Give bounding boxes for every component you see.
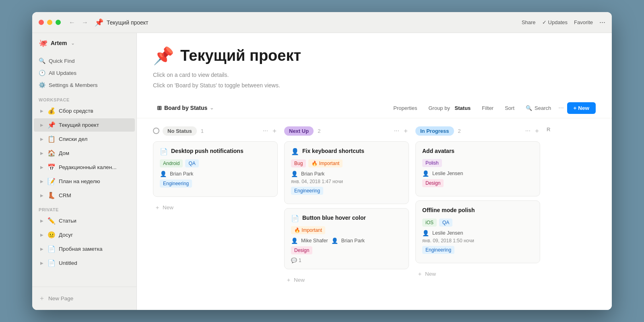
sidebar-label-lists: Списки дел (59, 136, 87, 142)
sidebar-label-crm: CRM (59, 192, 71, 198)
tag-qa[interactable]: QA (439, 219, 452, 227)
card-fix-keyboard[interactable]: 👤 Fix keyboard shortcuts Bug 🔥 Important… (284, 141, 409, 204)
favorite-button[interactable]: Favorite (574, 19, 593, 25)
tag-design[interactable]: Design (291, 246, 312, 254)
board-view-label: Board by Status (164, 105, 207, 111)
new-card-button-no-status[interactable]: ＋ New (153, 201, 278, 215)
sidebar-label-articles: Статьи (59, 218, 76, 224)
toolbar-more-icon[interactable]: ··· (558, 104, 564, 111)
tag-ios[interactable]: iOS (422, 219, 437, 227)
new-card-button-in-progress[interactable]: ＋ New (415, 267, 540, 281)
tag-bug[interactable]: Bug (291, 159, 306, 167)
sidebar-item-all-updates[interactable]: 🕐 All Updates (32, 67, 136, 79)
tag-engineering[interactable]: Engineering (291, 187, 323, 195)
card-add-avatars[interactable]: Add avatars Polish 👤 Leslie Jensen Desig… (415, 141, 540, 197)
card-tags-fix-keyboard: Bug 🔥 Important (291, 159, 402, 167)
share-button[interactable]: Share (522, 19, 536, 25)
card-desktop-push[interactable]: 📄 Desktop push notifications Android QA … (153, 141, 278, 197)
properties-button[interactable]: Properties (389, 103, 421, 114)
nav-buttons: ← → (67, 17, 90, 28)
sidebar-user[interactable]: 🐙 Artem ⌄ (32, 33, 136, 53)
chevron-icon: ▶ (40, 179, 43, 184)
chevron-icon: ▶ (40, 233, 43, 237)
group-by-value: Status (455, 105, 471, 111)
card-title-add-avatars: Add avatars (422, 147, 454, 155)
chevron-icon: ▶ (40, 137, 43, 141)
card-title-desktop-push: Desktop push notifications (171, 147, 244, 155)
sidebar-label-current: Текущий проект (59, 122, 99, 128)
avatar-icon-mike: 👤 (291, 237, 298, 244)
sidebar-item-home[interactable]: ▶ 🏠 Дом (34, 147, 135, 160)
search-icon: 🔍 (39, 58, 45, 64)
sidebar-item-settings[interactable]: ⚙️ Settings & Members (32, 79, 136, 91)
column-count-no-status: 1 (201, 128, 204, 134)
user-avatar: 🐙 (39, 39, 47, 47)
new-card-label: New (425, 271, 436, 277)
minimize-button[interactable] (47, 20, 52, 25)
tag-qa[interactable]: QA (185, 159, 198, 167)
chevron-icon: ▶ (40, 261, 43, 265)
tag-important[interactable]: 🔥 Important (308, 159, 343, 167)
card-extra-tags: Engineering (291, 187, 402, 195)
filter-button[interactable]: Filter (478, 103, 497, 114)
sidebar-item-lists[interactable]: ▶ 📋 Списки дел (34, 132, 135, 146)
sidebar-nav: 🔍 Quick Find 🕐 All Updates ⚙️ Settings &… (32, 53, 136, 93)
sidebar-item-current[interactable]: ▶ 📌 Текущий проект (34, 118, 135, 132)
close-button[interactable] (39, 20, 44, 25)
column-more-button[interactable]: ··· (525, 127, 530, 135)
column-more-button[interactable]: ··· (263, 127, 268, 135)
column-header-next-up: Next Up 2 ··· ＋ (284, 126, 409, 136)
tag-engineering[interactable]: Engineering (160, 180, 192, 188)
maximize-button[interactable] (56, 20, 61, 25)
sidebar-label-quick-find: Quick Find (49, 58, 75, 64)
column-add-button[interactable]: ＋ (534, 127, 540, 135)
card-tags-offline: iOS QA (422, 219, 533, 227)
sort-button[interactable]: Sort (501, 103, 518, 114)
group-by-button[interactable]: Group by Status (424, 103, 475, 114)
sidebar-item-calendar[interactable]: ▶ 📅 Редакционный кален... (34, 161, 135, 174)
new-card-button-next-up[interactable]: ＋ New (284, 273, 409, 287)
item-emoji: 👢 (47, 192, 56, 199)
search-button[interactable]: 🔍 Search (522, 103, 555, 114)
sidebar-item-articles[interactable]: ▶ ✏️ Статьи (34, 214, 135, 227)
tag-important[interactable]: 🔥 Important (291, 226, 325, 234)
column-add-button[interactable]: ＋ (402, 127, 409, 135)
sidebar-item-test-note[interactable]: ▶ 📄 Пробная заметка (34, 242, 135, 256)
card-button-hover[interactable]: 📄 Button blue hover color 🔥 Important 👤 … (284, 208, 409, 269)
plus-icon: ＋ (286, 277, 291, 284)
new-button[interactable]: + New (567, 102, 596, 114)
sidebar-item-quick-find[interactable]: 🔍 Quick Find (32, 55, 136, 67)
assignee-leslie2: Leslie Jensen (432, 230, 463, 236)
tag-android[interactable]: Android (160, 159, 183, 167)
tag-design[interactable]: Design (422, 179, 444, 187)
sidebar-item-week[interactable]: ▶ 📝 План на неделю (34, 175, 135, 188)
card-tags-add-avatars: Polish (422, 159, 533, 167)
app-window: ← → 📌 Текущий проект Share ✓ Updates Fav… (32, 12, 612, 310)
search-label: Search (535, 105, 551, 111)
chevron-icon: ▶ (40, 219, 43, 223)
chevron-icon: ▶ (40, 193, 43, 198)
item-emoji: 🏠 (47, 149, 56, 157)
tag-engineering[interactable]: Engineering (422, 246, 454, 254)
page-subtitle-2: Click on 'Board by Status' to toggle bet… (153, 81, 596, 90)
card-offline-mode[interactable]: Offline mode polish iOS QA 👤 Leslie Jens… (415, 200, 540, 263)
more-options-button[interactable]: ··· (599, 18, 605, 27)
card-extra-tags-offline: Engineering (422, 246, 533, 254)
sidebar-item-leisure[interactable]: ▶ 😐 Досуг (34, 228, 135, 242)
sidebar-label-untitled: Untitled (59, 260, 77, 266)
item-emoji: 😐 (47, 231, 56, 239)
titlebar-page-icon: 📌 (95, 18, 103, 27)
sidebar-item-crm[interactable]: ▶ 👢 CRM (34, 189, 135, 202)
new-page-button[interactable]: ＋ New Page (39, 292, 130, 305)
back-button[interactable]: ← (67, 17, 77, 28)
forward-button[interactable]: → (80, 17, 90, 28)
sidebar-item-sbor[interactable]: ▶ 💰 Сбор средств (34, 104, 135, 118)
page-emoji: 📌 (153, 46, 174, 66)
board-view-button[interactable]: ⊞ Board by Status ⌄ (153, 102, 218, 114)
column-add-button[interactable]: ＋ (271, 127, 278, 135)
sidebar-item-untitled[interactable]: ▶ 📄 Untitled (34, 256, 135, 270)
column-more-button[interactable]: ··· (394, 127, 399, 135)
tag-polish[interactable]: Polish (422, 159, 442, 167)
updates-button[interactable]: ✓ Updates (542, 19, 568, 25)
sidebar-footer: ＋ New Page (32, 287, 136, 310)
